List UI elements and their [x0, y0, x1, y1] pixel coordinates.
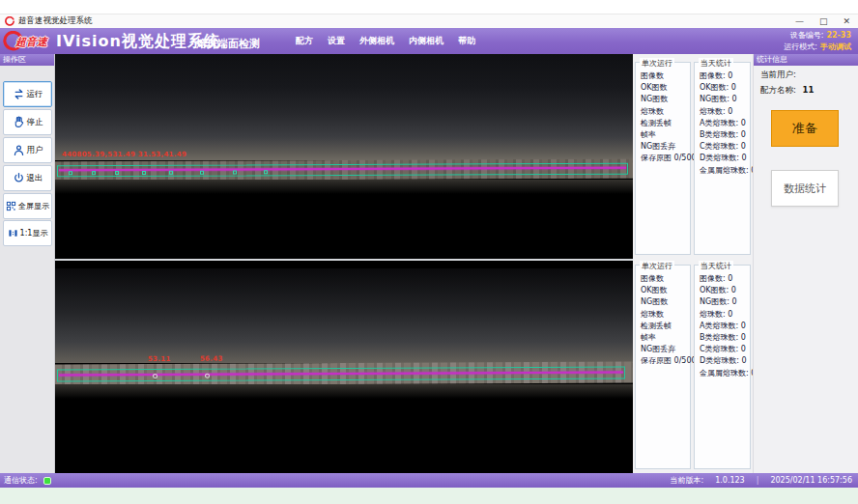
- menu-item[interactable]: 内侧相机: [409, 35, 443, 47]
- stat-rows: 图像数: 0OK图数: 0NG图数: 0熔珠数: 0A类熔珠数: 0B类熔珠数:…: [695, 63, 750, 177]
- stat-row: 图像数: [636, 273, 690, 285]
- camera-haze: [55, 54, 633, 160]
- menu-item[interactable]: 帮助: [458, 35, 475, 47]
- run-mode-row: 运行模式:手动调试: [784, 42, 851, 53]
- camera-viewport: 440805.39,531.49 31.53,41.49 53: [55, 54, 633, 473]
- stop-button[interactable]: 停止: [3, 109, 52, 135]
- current-user-label: 当前用户:: [760, 70, 796, 79]
- window-titlebar: 超音速视觉处理系统 — □ ✕: [0, 14, 858, 28]
- maximize-button[interactable]: □: [819, 14, 828, 29]
- run-mode-value: 手动调试: [820, 42, 851, 51]
- version-label: 当前版本:: [670, 475, 703, 486]
- stat-row: 熔珠数: [636, 106, 690, 118]
- detection-tick: [169, 171, 173, 175]
- menu-bar: 配方设置外侧相机内侧相机帮助: [296, 28, 475, 54]
- stat-rows: 图像数OK图数NG图数熔珠数检测丢帧帧率NG图丢弃保存原图 0/500: [636, 266, 690, 368]
- detection-point: [153, 374, 157, 378]
- stat-row: C类熔珠数: 0: [695, 141, 750, 153]
- device-number-value: 22-33: [826, 31, 851, 40]
- user-button-label: 用户: [27, 145, 43, 156]
- status-bar: 通信状态: 当前版本: 1.0.123 | 2025/02/11 16:57:5…: [0, 473, 858, 488]
- device-number-row: 设备编号:22-33: [784, 30, 851, 42]
- status-bar-right: 当前版本: 1.0.123 | 2025/02/11 16:57:56: [670, 475, 852, 486]
- stat-row: OK图数: 0: [695, 82, 750, 94]
- app-header: 超音速 IVision视觉处理系统 熔珠端面检测 配方设置外侧相机内侧相机帮助 …: [0, 28, 858, 54]
- stat-row: 熔珠数: [636, 309, 690, 321]
- stat-row: 熔珠数: 0: [695, 106, 750, 118]
- fullscreen-button[interactable]: 全屏显示: [3, 193, 52, 219]
- stat-row: NG图数: [636, 94, 690, 105]
- window-title: 超音速视觉处理系统: [18, 15, 93, 27]
- stat-row: A类熔珠数: 0: [695, 321, 750, 332]
- measurement-annotation: 440805.39,531.49 31.53,41.49: [62, 151, 186, 158]
- recipe-name-label: 配方名称:: [760, 85, 796, 95]
- strip-shadow: [55, 384, 633, 399]
- comm-status-indicator: [43, 477, 51, 485]
- strip-shadow: [55, 180, 633, 194]
- exit-button-label: 退出: [27, 173, 43, 184]
- stat-row: NG图数: 0: [695, 94, 750, 105]
- groupbox-title: 单次运行: [640, 58, 674, 69]
- one-to-one-button-label: 1:1显示: [20, 228, 48, 238]
- stat-row: 帧率: [636, 332, 690, 344]
- stat-row: 图像数: [636, 70, 690, 82]
- run-mode-label: 运行模式:: [784, 42, 817, 51]
- stat-row: 图像数: 0: [695, 273, 750, 285]
- detection-point: [205, 374, 210, 378]
- one-to-one-button[interactable]: 1:1显示: [3, 220, 52, 246]
- detection-tick: [142, 171, 146, 175]
- detection-tick: [200, 171, 204, 175]
- stat-row: D类熔珠数: 0: [695, 153, 750, 164]
- app-subtitle: 熔珠端面检测: [196, 37, 260, 51]
- stat-row: 帧率: [636, 129, 690, 141]
- one-to-one-icon: [8, 228, 18, 238]
- detection-tick: [264, 170, 268, 174]
- stop-hand-icon: [13, 116, 25, 128]
- user-button[interactable]: 用户: [3, 137, 52, 163]
- stat-row: 金属屑熔珠数: 0: [695, 165, 750, 177]
- measurement-annotation: 53.11: [148, 355, 171, 363]
- user-icon: [13, 144, 25, 156]
- menu-item[interactable]: 配方: [296, 35, 313, 47]
- stat-row: 图像数: 0: [695, 70, 750, 82]
- stat-row: 检测丢帧: [636, 118, 690, 129]
- minimize-button[interactable]: —: [795, 14, 804, 29]
- measurement-annotation: 56.43: [200, 355, 223, 363]
- detection-tick: [233, 170, 237, 174]
- operation-sidebar: 操作区 运行 停止 用户 退出 全屏显示 1:1显示: [0, 54, 55, 473]
- stat-row: B类熔珠数: 0: [695, 332, 750, 344]
- weld-bead-strip: 53.11 56.43: [55, 361, 633, 385]
- stat-row: A类熔珠数: 0: [695, 118, 750, 129]
- outer-camera-view[interactable]: 440805.39,531.49 31.53,41.49: [55, 54, 633, 259]
- stat-row: C类熔珠数: 0: [695, 344, 750, 355]
- data-statistics-button[interactable]: 数据统计: [771, 170, 839, 207]
- desktop-margin-bottom: [0, 488, 858, 504]
- stat-row: NG图丢弃: [636, 141, 690, 153]
- inner-camera-view[interactable]: 53.11 56.43: [55, 261, 633, 473]
- menu-item[interactable]: 外侧相机: [359, 35, 394, 47]
- comm-status-label: 通信状态:: [4, 475, 38, 486]
- menu-item[interactable]: 设置: [328, 35, 345, 47]
- groupbox-title: 单次运行: [640, 261, 674, 271]
- version-value: 1.0.123: [715, 476, 745, 485]
- brand-logo-text: 超音速: [15, 35, 47, 49]
- fullscreen-grid-icon: [6, 201, 16, 211]
- detection-tick: [92, 171, 96, 175]
- exit-button[interactable]: 退出: [3, 165, 52, 191]
- camera-haze: [55, 268, 633, 363]
- stat-row: 熔珠数: 0: [695, 309, 750, 321]
- stat-row: OK图数: [636, 82, 690, 94]
- stat-row: D类熔珠数: 0: [695, 355, 750, 367]
- device-number-label: 设备编号:: [790, 31, 824, 40]
- info-panel-header: 统计信息: [754, 54, 858, 66]
- window-controls: — □ ✕: [795, 14, 850, 29]
- run-button[interactable]: 运行: [3, 81, 52, 107]
- prepare-button[interactable]: 准备: [771, 110, 839, 147]
- stat-row: NG图数: [636, 296, 690, 308]
- close-button[interactable]: ✕: [843, 14, 850, 29]
- inner-today-groupbox: 当天统计 图像数: 0OK图数: 0NG图数: 0熔珠数: 0A类熔珠数: 0B…: [694, 265, 751, 469]
- stat-row: 保存原图 0/500: [636, 153, 690, 164]
- statistics-column: 单次运行 图像数OK图数NG图数熔珠数检测丢帧帧率NG图丢弃保存原图 0/500…: [633, 54, 753, 473]
- outer-today-groupbox: 当天统计 图像数: 0OK图数: 0NG图数: 0熔珠数: 0A类熔珠数: 0B…: [694, 62, 751, 255]
- power-icon: [13, 172, 25, 184]
